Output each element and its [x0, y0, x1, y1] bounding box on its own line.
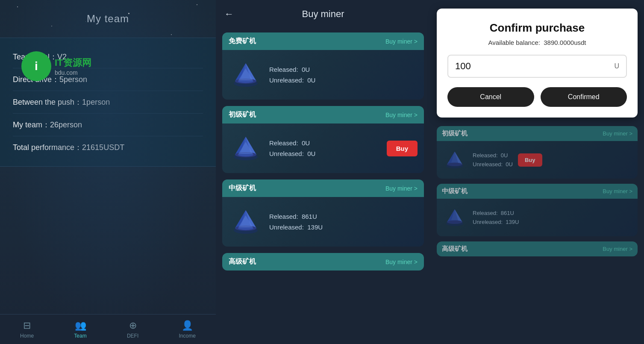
cancel-button[interactable]: Cancel — [447, 87, 534, 107]
buy-miner-link-basic[interactable]: Buy miner > — [385, 112, 418, 118]
bg-miner-stats-basic: Released: 0U Unreleased: 0U — [473, 152, 513, 168]
buy-miner-link-free[interactable]: Buy miner > — [385, 38, 418, 45]
buy-miner-panel: ← Buy miner 免费矿机 Buy miner > — [216, 0, 430, 344]
bg-card-adv-header: 高级矿机 Buy miner > — [437, 241, 638, 256]
miner-list: 免费矿机 Buy miner > Released: — [216, 28, 430, 344]
home-icon: ⊟ — [23, 320, 31, 331]
miner-card-free-body: Released: 0U Unreleased: 0U — [222, 50, 424, 100]
miner-card-mid-header: 中级矿机 Buy miner > — [222, 179, 424, 197]
bg-buy-link-basic[interactable]: Buy miner > — [603, 130, 632, 137]
miner-name-basic: 初级矿机 — [229, 110, 256, 119]
confirm-title: Confirm purchase — [447, 21, 627, 35]
confirm-bg-cards: 初级矿机 Buy miner > Released: 0U Unreleased… — [430, 126, 644, 344]
miner-icon-basic — [229, 131, 263, 165]
miner-panel-title: Buy miner — [302, 9, 344, 20]
miner-unreleased-free: Unreleased: 0U — [269, 76, 418, 84]
bg-card-basic: 初级矿机 Buy miner > Released: 0U Unreleased… — [437, 126, 638, 179]
miner-unreleased-mid: Unreleased: 139U — [269, 223, 418, 231]
miner-card-mid: 中级矿机 Buy miner > Released: — [222, 179, 424, 247]
miner-header: ← Buy miner — [216, 0, 430, 28]
team-info-section: Team level：V2 Direct drive：5person Betwe… — [0, 38, 216, 167]
team-icon: 👥 — [75, 320, 86, 331]
buy-miner-link-adv[interactable]: Buy miner > — [385, 259, 418, 265]
miner-card-free-header: 免费矿机 Buy miner > — [222, 32, 424, 50]
bg-miner-stats-mid: Released: 861U Unreleased: 139U — [473, 210, 519, 225]
nav-label-income: Income — [179, 333, 196, 339]
income-icon: 👤 — [182, 320, 193, 331]
nav-label-defi: DEFI — [127, 333, 138, 339]
nav-item-defi[interactable]: ⊕ DEFI — [118, 317, 147, 342]
nav-label-team: Team — [74, 333, 86, 339]
miner-icon-free — [229, 58, 263, 92]
miner-released-free: Released: 0U — [269, 66, 418, 73]
confirm-unit: U — [614, 62, 619, 70]
buy-miner-link-mid[interactable]: Buy miner > — [385, 185, 418, 192]
miner-released-basic: Released: 0U — [269, 139, 380, 147]
miner-card-free: 免费矿机 Buy miner > Released: — [222, 32, 424, 100]
bg-miner-name-mid: 中级矿机 — [442, 187, 468, 195]
miner-card-basic-header: 初级矿机 Buy miner > — [222, 106, 424, 123]
miner-icon-mid — [229, 205, 263, 239]
team-stat-direct: Direct drive：5person — [13, 68, 203, 91]
confirm-input-wrap: U — [447, 55, 627, 78]
miner-stats-mid: Released: 861U Unreleased: 139U — [269, 213, 418, 231]
bg-miner-icon-basic — [442, 147, 468, 173]
nav-item-team[interactable]: 👥 Team — [65, 317, 95, 342]
bg-card-basic-body: Released: 0U Unreleased: 0U Buy — [437, 141, 638, 179]
miner-name-adv: 高级矿机 — [229, 257, 256, 266]
bg-card-adv: 高级矿机 Buy miner > — [437, 241, 638, 256]
back-arrow-icon[interactable]: ← — [224, 9, 234, 20]
miner-unreleased-basic: Unreleased: 0U — [269, 150, 380, 157]
confirm-amount-input[interactable] — [455, 61, 614, 72]
miner-name-mid: 中级矿机 — [229, 184, 256, 193]
miner-card-basic-body: Released: 0U Unreleased: 0U Buy — [222, 123, 424, 173]
team-title: My team — [9, 13, 207, 25]
miner-stats-basic: Released: 0U Unreleased: 0U — [269, 139, 380, 157]
miner-card-adv: 高级矿机 Buy miner > — [222, 253, 424, 270]
bg-card-mid-header: 中级矿机 Buy miner > — [437, 184, 638, 199]
miner-stats-free: Released: 0U Unreleased: 0U — [269, 66, 418, 84]
team-stat-level: Team level：V2 — [13, 46, 203, 68]
bg-card-mid: 中级矿机 Buy miner > Released: 861U Unreleas… — [437, 184, 638, 236]
team-stat-performance: Total performance：21615USDT — [13, 136, 203, 159]
nav-item-home[interactable]: ⊟ Home — [12, 317, 42, 342]
miner-card-adv-header: 高级矿机 Buy miner > — [222, 253, 424, 270]
bg-miner-name-adv: 高级矿机 — [442, 245, 468, 253]
team-stat-push: Between the push：1person — [13, 91, 203, 114]
confirm-modal: Confirm purchase Available balance: 3890… — [437, 9, 638, 118]
defi-icon: ⊕ — [129, 320, 137, 331]
buy-button-basic[interactable]: Buy — [387, 141, 418, 156]
confirmed-button[interactable]: Confirmed — [541, 87, 627, 107]
nav-item-income[interactable]: 👤 Income — [171, 317, 204, 342]
miner-released-mid: Released: 861U — [269, 213, 418, 220]
svg-point-25 — [447, 162, 462, 166]
confirm-panel: Confirm purchase Available balance: 3890… — [430, 0, 644, 344]
confirm-buttons: Cancel Confirmed — [447, 87, 627, 107]
nav-label-home: Home — [20, 333, 34, 339]
bg-card-basic-header: 初级矿机 Buy miner > — [437, 126, 638, 141]
miner-name-free: 免费矿机 — [229, 37, 256, 46]
team-panel: My team Team level：V2 Direct drive：5pers… — [0, 0, 216, 344]
bottom-nav: ⊟ Home 👥 Team ⊕ DEFI 👤 Income — [0, 314, 216, 344]
bg-miner-icon-mid — [442, 205, 468, 230]
miner-card-basic: 初级矿机 Buy miner > Released: — [222, 106, 424, 173]
svg-point-30 — [447, 220, 462, 224]
bg-buy-link-mid[interactable]: Buy miner > — [603, 188, 632, 194]
confirm-balance: Available balance: 3890.0000usdt — [447, 39, 627, 46]
bg-buy-button-basic[interactable]: Buy — [518, 153, 542, 167]
bg-miner-name-basic: 初级矿机 — [442, 129, 468, 138]
team-header: My team — [0, 0, 216, 33]
team-stat-team: My team：26person — [13, 114, 203, 136]
bg-card-mid-body: Released: 861U Unreleased: 139U — [437, 199, 638, 236]
bg-buy-link-adv[interactable]: Buy miner > — [603, 246, 632, 252]
miner-card-mid-body: Released: 861U Unreleased: 139U — [222, 197, 424, 247]
